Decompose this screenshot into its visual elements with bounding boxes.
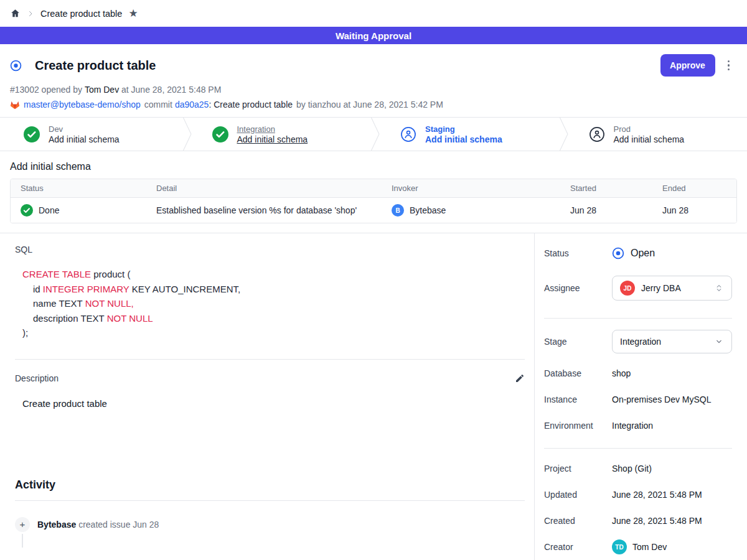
task-started: Jun 28 — [560, 199, 652, 222]
check-circle-icon — [24, 126, 40, 142]
status-row: Status Open — [544, 247, 732, 259]
stage-task-label: Add initial schema — [49, 134, 120, 144]
sql-text: ); — [22, 327, 28, 338]
issue-number: #13002 opened by — [10, 85, 82, 95]
main-content: SQL CREATE TABLE product ( id INTEGER PR… — [0, 233, 747, 560]
sql-text: product ( — [91, 269, 130, 279]
database-row: Database shop — [544, 368, 732, 378]
activity-heading: Activity — [15, 478, 525, 492]
sql-text: description TEXT — [33, 313, 107, 324]
col-invoker: Invoker — [382, 179, 560, 197]
issue-open-icon — [10, 60, 22, 72]
breadcrumb: Create product table ★ — [0, 0, 747, 27]
stage-env-label: Dev — [49, 124, 120, 134]
environment-label: Environment — [544, 421, 612, 431]
stage-dev[interactable]: Dev Add initial schema — [0, 118, 182, 151]
stage-task-label: Add initial schema — [425, 134, 502, 144]
col-started: Started — [560, 179, 652, 197]
creator-row: Creator TD Tom Dev — [544, 539, 732, 554]
stage-value: Integration — [620, 337, 708, 347]
instance-value: On-premises Dev MySQL — [612, 394, 711, 404]
page-title: Create product table — [35, 58, 156, 73]
assignee-pending-icon — [400, 126, 416, 142]
issue-opened-time: at June 28, 2021 5:48 PM — [121, 85, 221, 95]
activity-actor: Bytebase — [37, 520, 76, 530]
status-open-icon — [612, 247, 624, 259]
environment-value: Integration — [612, 421, 653, 431]
sql-keyword: INTEGER PRIMARY — [43, 284, 129, 294]
project-row: Project Shop (Git) — [544, 464, 732, 474]
sql-text: KEY AUTO_INCREMENT, — [129, 284, 240, 294]
stage-row: Stage Integration — [544, 330, 732, 353]
breadcrumb-page-title: Create product table — [40, 9, 122, 19]
pipeline: Dev Add initial schema Integration Add i… — [0, 117, 747, 151]
task-table: Status Detail Invoker Started Ended Done… — [10, 179, 737, 223]
git-sha-link[interactable]: da90a25 — [175, 100, 209, 110]
created-row: Created June 28, 2021 5:48 PM — [544, 516, 732, 526]
chevron-down-icon — [714, 337, 724, 347]
instance-row: Instance On-premises Dev MySQL — [544, 394, 732, 404]
check-circle-icon — [21, 204, 33, 217]
more-options-icon[interactable] — [725, 58, 733, 73]
divider — [15, 359, 525, 360]
assignee-select[interactable]: JD Jerry DBA — [612, 276, 732, 301]
sql-section-label: SQL — [15, 245, 525, 254]
description-label: Description — [15, 373, 59, 383]
assignee-pending-icon — [589, 126, 605, 142]
creator-name: Tom Dev — [632, 542, 667, 552]
git-commit-title: : Create product table — [209, 100, 293, 110]
instance-label: Instance — [544, 394, 612, 404]
task-invoker: Bytebase — [410, 205, 446, 215]
description-content: Create product table — [22, 398, 525, 409]
table-row: Done Established baseline version %s for… — [11, 198, 736, 223]
task-section-heading: Add initial schema — [10, 161, 747, 172]
project-label: Project — [544, 464, 612, 474]
sql-text: name TEXT — [33, 298, 85, 309]
stage-select[interactable]: Integration — [612, 330, 732, 353]
task-detail: Established baseline version %s for data… — [146, 199, 382, 222]
issue-sidebar: Status Open Assignee JD Jerry DBA Stage — [534, 233, 747, 560]
approval-banner: Waiting Approval — [0, 27, 747, 44]
status-label: Status — [544, 248, 612, 258]
status-value: Open — [631, 248, 655, 259]
git-branch-link[interactable]: master@bytebase-demo/shop — [24, 100, 141, 110]
task-table-header: Status Detail Invoker Started Ended — [11, 179, 736, 198]
favorite-star-icon[interactable]: ★ — [128, 8, 138, 19]
col-status: Status — [11, 179, 146, 197]
stage-label: Stage — [544, 337, 612, 347]
creator-label: Creator — [544, 542, 612, 552]
stage-prod[interactable]: Prod Add initial schema — [575, 118, 747, 151]
git-commit-byline: by tianzhou at June 28, 2021 5:42 PM — [296, 100, 443, 110]
sql-keyword: NOT NULL — [107, 313, 153, 324]
issue-header: Create product table Approve #13002 open… — [0, 44, 747, 117]
approval-banner-text: Waiting Approval — [336, 30, 411, 41]
up-down-stepper-icon — [714, 283, 724, 293]
stage-task-label: Add initial schema — [614, 134, 685, 144]
col-detail: Detail — [146, 179, 382, 197]
updated-row: Updated June 28, 2021 5:48 PM — [544, 490, 732, 500]
assignee-label: Assignee — [544, 283, 612, 293]
environment-row: Environment Integration — [544, 421, 732, 431]
avatar: TD — [612, 539, 627, 554]
updated-value: June 28, 2021 5:48 PM — [612, 490, 702, 500]
divider — [544, 318, 732, 319]
check-circle-icon — [212, 126, 228, 142]
created-value: June 28, 2021 5:48 PM — [612, 516, 702, 526]
approve-button[interactable]: Approve — [660, 54, 715, 77]
divider — [544, 448, 732, 449]
stage-separator — [370, 118, 387, 151]
created-label: Created — [544, 516, 612, 526]
stage-env-label: Prod — [614, 124, 685, 134]
stage-separator — [182, 118, 199, 151]
project-value: Shop (Git) — [612, 464, 652, 474]
plus-icon: + — [15, 517, 30, 532]
activity-item: + Bytebase created issue Jun 28 — [15, 517, 525, 532]
stage-integration[interactable]: Integration Add initial schema — [199, 118, 371, 151]
sql-keyword: NOT NULL, — [85, 298, 134, 309]
stage-staging[interactable]: Staging Add initial schema — [387, 118, 559, 151]
home-icon[interactable] — [10, 8, 21, 19]
database-label: Database — [544, 368, 612, 378]
edit-pencil-icon[interactable] — [515, 373, 525, 383]
assignee-name: Jerry DBA — [641, 283, 708, 293]
sql-keyword: CREATE TABLE — [22, 269, 91, 279]
